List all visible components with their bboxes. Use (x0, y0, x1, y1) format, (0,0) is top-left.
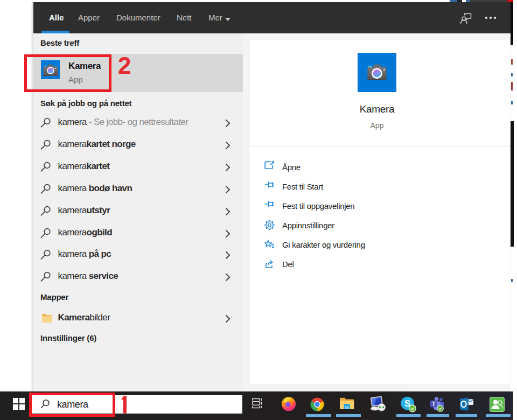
svg-text:T: T (432, 401, 436, 407)
